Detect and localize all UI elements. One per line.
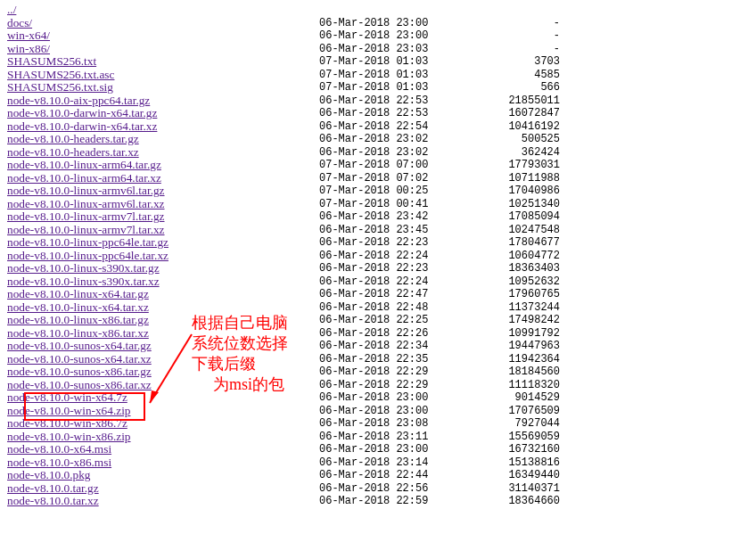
- file-link[interactable]: win-x64/: [7, 29, 50, 42]
- file-row: node-v8.10.0-x86.msi06-Mar-2018 23:14151…: [7, 456, 749, 470]
- file-row: node-v8.10.0-linux-s390x.tar.xz06-Mar-20…: [7, 275, 749, 289]
- file-date: 06-Mar-2018 22:25: [319, 314, 431, 327]
- file-size: 11118320: [431, 379, 560, 392]
- file-link[interactable]: node-v8.10.0-linux-x64.tar.xz: [7, 300, 149, 314]
- file-name-cell: win-x64/: [7, 29, 319, 43]
- file-link[interactable]: node-v8.10.0-linux-arm64.tar.xz: [7, 171, 161, 185]
- annotation-line-2: 系统位数选择: [192, 333, 288, 353]
- file-link[interactable]: node-v8.10.0-linux-s390x.tar.gz: [7, 261, 160, 275]
- file-link[interactable]: node-v8.10.0-linux-x86.tar.gz: [7, 313, 149, 326]
- file-link[interactable]: node-v8.10.0-win-x64.zip: [7, 404, 130, 417]
- file-link[interactable]: node-v8.10.0-headers.tar.gz: [7, 132, 139, 145]
- file-size: 11373244: [431, 301, 560, 315]
- file-row: node-v8.10.0-linux-armv6l.tar.xz07-Mar-2…: [7, 198, 749, 211]
- file-link[interactable]: node-v8.10.0-linux-armv7l.tar.gz: [7, 209, 165, 223]
- file-name-cell: node-v8.10.0-headers.tar.gz: [7, 133, 319, 146]
- file-name-cell: node-v8.10.0-linux-armv6l.tar.xz: [7, 198, 319, 211]
- file-size: 15569059: [431, 431, 560, 444]
- file-name-cell: SHASUMS256.txt.asc: [7, 69, 319, 82]
- file-link[interactable]: node-v8.10.0-linux-x86.tar.xz: [7, 326, 149, 340]
- file-link[interactable]: SHASUMS256.txt: [7, 54, 96, 68]
- file-link[interactable]: node-v8.10.0-sunos-x86.tar.gz: [7, 365, 152, 378]
- file-size: 16349440: [431, 469, 560, 482]
- file-link[interactable]: docs/: [7, 16, 32, 29]
- file-size: 10604772: [431, 250, 560, 263]
- file-link[interactable]: node-v8.10.0-win-x64.7z: [7, 390, 127, 404]
- file-link[interactable]: node-v8.10.0-linux-armv6l.tar.xz: [7, 197, 165, 210]
- file-listing: ../docs/06-Mar-2018 23:00-win-x64/06-Mar…: [7, 4, 749, 508]
- file-link[interactable]: node-v8.10.0-win-x86.7z: [7, 416, 127, 430]
- file-link[interactable]: node-v8.10.0-win-x86.zip: [7, 430, 130, 443]
- file-link[interactable]: node-v8.10.0-x64.msi: [7, 442, 111, 456]
- file-link[interactable]: node-v8.10.0-linux-ppc64le.tar.xz: [7, 249, 168, 262]
- annotation-line-3: 下载后缀: [192, 354, 288, 374]
- file-size: -: [431, 29, 560, 43]
- file-link[interactable]: node-v8.10.0.pkg: [7, 468, 90, 481]
- file-link[interactable]: node-v8.10.0-darwin-x64.tar.xz: [7, 119, 157, 133]
- file-size: 17498242: [431, 314, 560, 327]
- file-link[interactable]: node-v8.10.0.tar.xz: [7, 494, 99, 507]
- file-date: 06-Mar-2018 22:59: [319, 495, 431, 508]
- file-row: node-v8.10.0.tar.xz06-Mar-2018 22:591836…: [7, 495, 749, 508]
- file-row: node-v8.10.0-darwin-x64.tar.gz06-Mar-201…: [7, 107, 749, 120]
- file-link[interactable]: ../: [7, 3, 16, 16]
- file-row: node-v8.10.0-aix-ppc64.tar.gz06-Mar-2018…: [7, 94, 749, 108]
- file-link[interactable]: node-v8.10.0-linux-arm64.tar.gz: [7, 158, 161, 171]
- file-date: 06-Mar-2018 22:54: [319, 120, 431, 134]
- file-link[interactable]: node-v8.10.0-linux-x64.tar.gz: [7, 287, 149, 300]
- file-name-cell: node-v8.10.0-linux-armv7l.tar.gz: [7, 210, 319, 224]
- file-date: 06-Mar-2018 22:26: [319, 327, 431, 341]
- file-date: 06-Mar-2018 22:48: [319, 301, 431, 315]
- file-link[interactable]: SHASUMS256.txt.sig: [7, 80, 113, 94]
- file-size: 17076509: [431, 405, 560, 418]
- file-link[interactable]: node-v8.10.0-headers.tar.xz: [7, 145, 139, 159]
- file-link[interactable]: node-v8.10.0-linux-armv6l.tar.gz: [7, 184, 165, 197]
- file-size: 21855011: [431, 94, 560, 108]
- file-name-cell: node-v8.10.0-linux-x64.tar.gz: [7, 288, 319, 301]
- file-name-cell: node-v8.10.0.tar.xz: [7, 495, 319, 508]
- file-link[interactable]: win-x86/: [7, 42, 50, 55]
- file-size: 17793031: [431, 159, 560, 172]
- file-link[interactable]: SHASUMS256.txt.asc: [7, 68, 114, 81]
- file-link[interactable]: node-v8.10.0-darwin-x64.tar.gz: [7, 106, 157, 119]
- file-name-cell: node-v8.10.0-win-x86.7z: [7, 417, 319, 431]
- file-link[interactable]: node-v8.10.0-linux-armv7l.tar.xz: [7, 223, 165, 236]
- file-link[interactable]: node-v8.10.0-sunos-x86.tar.xz: [7, 378, 152, 391]
- file-name-cell: node-v8.10.0-linux-arm64.tar.gz: [7, 159, 319, 172]
- annotation-line-4: 为msi的包: [192, 374, 288, 394]
- file-link[interactable]: node-v8.10.0-linux-ppc64le.tar.gz: [7, 235, 168, 249]
- file-link[interactable]: node-v8.10.0-sunos-x64.tar.gz: [7, 339, 152, 352]
- file-date: 06-Mar-2018 22:23: [319, 262, 431, 275]
- file-row: win-x64/06-Mar-2018 23:00-: [7, 29, 749, 43]
- file-link[interactable]: node-v8.10.0-linux-s390x.tar.xz: [7, 275, 160, 288]
- file-size: 18364660: [431, 495, 560, 508]
- file-size: 18363403: [431, 262, 560, 275]
- file-size: 31140371: [431, 482, 560, 496]
- file-name-cell: docs/: [7, 17, 319, 30]
- file-date: 06-Mar-2018 22:35: [319, 353, 431, 366]
- file-size: 11942364: [431, 353, 560, 366]
- file-row: node-v8.10.0-linux-arm64.tar.xz07-Mar-20…: [7, 172, 749, 185]
- file-date: 06-Mar-2018 22:23: [319, 236, 431, 250]
- file-date: 06-Mar-2018 23:42: [319, 210, 431, 224]
- file-date: 06-Mar-2018 23:02: [319, 146, 431, 160]
- file-row: node-v8.10.0-win-x86.zip06-Mar-2018 23:1…: [7, 431, 749, 444]
- file-size: 10251340: [431, 198, 560, 211]
- file-name-cell: node-v8.10.0-headers.tar.xz: [7, 146, 319, 160]
- file-row: node-v8.10.0-x64.msi06-Mar-2018 23:00167…: [7, 443, 749, 456]
- file-name-cell: node-v8.10.0-x86.msi: [7, 456, 319, 470]
- file-link[interactable]: node-v8.10.0-x86.msi: [7, 456, 111, 469]
- file-link[interactable]: node-v8.10.0.tar.gz: [7, 481, 99, 495]
- file-size: 17085094: [431, 210, 560, 224]
- file-date: 06-Mar-2018 22:29: [319, 379, 431, 392]
- file-size: 18184560: [431, 366, 560, 379]
- file-date: 06-Mar-2018 22:53: [319, 107, 431, 120]
- file-link[interactable]: node-v8.10.0-aix-ppc64.tar.gz: [7, 94, 150, 107]
- file-row: SHASUMS256.txt07-Mar-2018 01:033703: [7, 55, 749, 69]
- file-link[interactable]: node-v8.10.0-sunos-x64.tar.xz: [7, 352, 152, 366]
- file-date: 06-Mar-2018 22:34: [319, 340, 431, 353]
- file-name-cell: node-v8.10.0-linux-armv7l.tar.xz: [7, 224, 319, 237]
- file-date: 06-Mar-2018 22:44: [319, 469, 431, 482]
- file-date: 06-Mar-2018 23:00: [319, 405, 431, 418]
- file-row: node-v8.10.0.tar.gz06-Mar-2018 22:563114…: [7, 482, 749, 496]
